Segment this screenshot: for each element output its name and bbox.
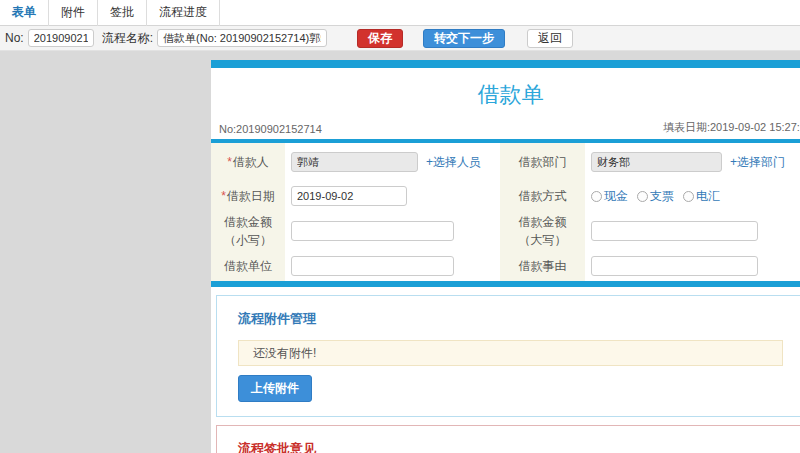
form-number-text: No:20190902152714	[219, 123, 322, 135]
forward-next-step-button[interactable]: 转交下一步	[423, 29, 505, 48]
select-department-link[interactable]: +选择部门	[730, 154, 785, 171]
loan-unit-label: 借款单位	[211, 251, 285, 281]
radio-icon[interactable]	[637, 191, 648, 202]
borrower-field-cell: +选择人员	[285, 143, 500, 181]
no-input[interactable]	[28, 29, 94, 47]
back-button[interactable]: 返回	[527, 29, 573, 48]
loan-method-radio-group: 现金 支票 电汇	[591, 188, 720, 205]
tab-approval[interactable]: 签批	[98, 0, 147, 26]
radio-icon[interactable]	[591, 191, 602, 202]
borrower-input[interactable]	[291, 152, 418, 172]
approval-panel: 流程签批意见 B I abc	[216, 425, 800, 453]
amount-lowercase-label: 借款金额（小写）	[211, 211, 285, 251]
toolbar: No: 流程名称: 保存 转交下一步 返回	[0, 26, 800, 51]
loan-method-field-cell: 现金 支票 电汇	[585, 181, 800, 211]
loan-reason-input[interactable]	[591, 256, 758, 276]
loan-date-field-cell	[285, 181, 500, 211]
panel-top-bar	[211, 60, 800, 68]
radio-cheque[interactable]: 支票	[637, 188, 674, 205]
form-meta-row: No:20190902152714 填表日期:2019-09-02 15:27:…	[211, 110, 800, 139]
save-button[interactable]: 保存	[357, 29, 403, 48]
loan-date-input[interactable]	[291, 186, 407, 206]
borrower-label: *借款人	[211, 143, 285, 181]
department-field-cell: +选择部门	[585, 143, 800, 181]
amount-uppercase-field-cell	[585, 211, 800, 251]
upload-attachment-button[interactable]: 上传附件	[238, 375, 312, 402]
loan-form-grid: *借款人 +选择人员 借款部门 +选择部门 *借款日期 借款方式 现金	[211, 143, 800, 281]
department-input[interactable]	[591, 152, 722, 172]
amount-lowercase-field-cell	[285, 211, 500, 251]
select-person-link[interactable]: +选择人员	[426, 154, 481, 171]
loan-reason-field-cell	[585, 251, 800, 281]
loan-form-panel: 借款单 No:20190902152714 填表日期:2019-09-02 15…	[211, 60, 800, 453]
radio-wire-transfer[interactable]: 电汇	[683, 188, 720, 205]
no-attachments-alert: 还没有附件!	[238, 340, 783, 366]
radio-icon[interactable]	[683, 191, 694, 202]
no-label: No:	[5, 31, 24, 45]
form-title: 借款单	[211, 80, 800, 110]
attachments-panel: 流程附件管理 还没有附件! 上传附件	[216, 295, 800, 417]
loan-date-label: *借款日期	[211, 181, 285, 211]
attachments-panel-title: 流程附件管理	[238, 310, 783, 328]
panel-bottom-bar	[211, 281, 800, 287]
required-marker: *	[221, 189, 226, 203]
loan-reason-label: 借款事由	[500, 251, 585, 281]
tab-process-progress[interactable]: 流程进度	[147, 0, 220, 26]
loan-unit-field-cell	[285, 251, 500, 281]
tab-form[interactable]: 表单	[0, 0, 49, 26]
process-name-input[interactable]	[157, 29, 327, 47]
loan-unit-input[interactable]	[291, 256, 454, 276]
amount-uppercase-input[interactable]	[591, 221, 758, 241]
tab-attachments[interactable]: 附件	[49, 0, 98, 26]
form-date-text: 填表日期:2019-09-02 15:27:1	[663, 120, 800, 135]
approval-panel-title: 流程签批意见	[238, 440, 783, 453]
amount-lowercase-input[interactable]	[291, 221, 454, 241]
radio-cash[interactable]: 现金	[591, 188, 628, 205]
department-label: 借款部门	[500, 143, 585, 181]
process-name-label: 流程名称:	[102, 30, 153, 47]
amount-uppercase-label: 借款金额（大写）	[500, 211, 585, 251]
required-marker: *	[227, 155, 232, 169]
loan-method-label: 借款方式	[500, 181, 585, 211]
tab-bar: 表单 附件 签批 流程进度	[0, 0, 800, 26]
